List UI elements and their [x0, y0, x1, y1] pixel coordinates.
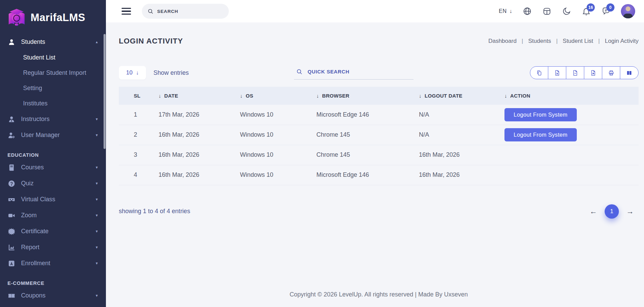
cell-logout-date: N/A	[404, 105, 490, 125]
page-content: LOGIN ACTIVITY Dashboard | Students | St…	[106, 22, 644, 307]
sidebar-item-zoom[interactable]: Zoom ▼	[0, 207, 106, 223]
sidebar-item-label: Virtual Class	[21, 196, 55, 203]
sidebar-item-label: User Manager	[21, 132, 60, 139]
cell-os: Windows 10	[225, 105, 302, 125]
export-csv-button[interactable]	[566, 67, 584, 79]
show-entries-label: Show entries	[153, 69, 189, 76]
topbar-search[interactable]	[142, 4, 229, 19]
column-header-browser[interactable]: ↓BROWSER	[302, 87, 404, 105]
sidebar-item-report[interactable]: Report ▼	[0, 239, 106, 255]
table-row: 1 17th Mar, 2026 Windows 10 Microsoft Ed…	[119, 105, 639, 125]
sidebar-item-coupons[interactable]: Coupons ▼	[0, 288, 106, 304]
language-selector[interactable]: EN ↓	[499, 8, 512, 14]
sort-icon: ↓	[240, 93, 243, 99]
breadcrumb-students[interactable]: Students	[528, 38, 551, 45]
chevron-down-icon: ▼	[95, 229, 98, 233]
globe-icon[interactable]	[522, 6, 532, 16]
column-header-logout-date[interactable]: ↓LOGOUT DATE	[404, 87, 490, 105]
column-header-date[interactable]: ↓DATE	[144, 87, 225, 105]
sidebar-item-students[interactable]: Students ▲	[0, 34, 106, 50]
cell-logout-date: 16th Mar, 2026	[404, 165, 490, 185]
sidebar-subitem-regular-student-import[interactable]: Regular Student Import	[0, 65, 106, 81]
sidebar-item-label: Report	[21, 244, 39, 251]
cell-sl: 1	[119, 105, 144, 125]
file-pdf-icon	[590, 70, 596, 76]
layout-widget-icon[interactable]	[542, 6, 552, 16]
cell-date: 17th Mar, 2026	[144, 105, 225, 125]
chevron-down-icon: ▼	[95, 294, 98, 297]
table-row: 2 16th Mar, 2026 Windows 10 Chrome 145 N…	[119, 125, 639, 145]
export-pdf-button[interactable]	[584, 67, 602, 79]
search-input[interactable]	[157, 9, 215, 14]
breadcrumb-dashboard[interactable]: Dashboard	[488, 38, 516, 45]
cell-date: 16th Mar, 2026	[144, 125, 225, 145]
page-size-select[interactable]: 10 ↓	[119, 66, 146, 80]
quick-search-input[interactable]	[308, 69, 411, 74]
quick-search[interactable]	[294, 66, 413, 80]
chart-area-icon	[7, 243, 16, 252]
sidebar-item-certificate[interactable]: Certificate ▼	[0, 223, 106, 239]
entries-summary: showing 1 to 4 of 4 entries	[119, 208, 190, 215]
cell-os: Windows 10	[225, 125, 302, 145]
chevron-up-icon: ▲	[95, 40, 98, 44]
sidebar-item-label: Certificate	[21, 228, 49, 235]
cell-sl: 3	[119, 145, 144, 165]
notification-count-badge: 16	[587, 3, 595, 12]
cell-date: 16th Mar, 2026	[144, 145, 225, 165]
logout-from-system-button[interactable]: Logout From System	[504, 128, 577, 141]
search-icon	[296, 68, 303, 75]
export-excel-button[interactable]	[548, 67, 566, 79]
cell-action-empty	[490, 145, 639, 165]
chevron-down-icon: ↓	[136, 70, 139, 76]
main-area: EN ↓ 16 0	[106, 0, 644, 307]
app-root: MarifaLMS Students ▲ Student List Regula…	[0, 0, 644, 307]
brand-logo[interactable]: MarifaLMS	[0, 0, 106, 34]
sidebar-item-courses[interactable]: Courses ▼	[0, 159, 106, 175]
export-copy-button[interactable]	[530, 67, 548, 79]
chevron-down-icon: ▼	[95, 214, 98, 217]
chevron-down-icon: ▼	[95, 198, 98, 201]
messages-chat-icon[interactable]: 0	[601, 6, 611, 16]
sidebar-subitem-setting[interactable]: Setting	[0, 81, 106, 96]
user-gear-icon	[7, 131, 16, 139]
cell-logout-date: N/A	[404, 125, 490, 145]
chevron-down-icon: ▼	[95, 117, 98, 121]
letter-a-box-icon	[7, 259, 16, 268]
sidebar-subitem-institutes[interactable]: Institutes	[0, 96, 106, 111]
columns-icon	[626, 70, 632, 76]
sidebar-item-label: Quiz	[21, 180, 34, 187]
message-count-badge: 0	[606, 3, 614, 12]
cell-browser: Microsoft Edge 146	[302, 165, 404, 185]
footer-copyright: Copyright © 2026 LevelUp. All rights res…	[119, 286, 639, 307]
topbar: EN ↓ 16 0	[106, 0, 644, 22]
notifications-bell-icon[interactable]: 16	[582, 6, 591, 16]
export-button-group	[530, 66, 639, 79]
user-avatar[interactable]	[621, 4, 635, 18]
sidebar-item-enrollment[interactable]: Enrollment ▼	[0, 255, 106, 271]
dark-mode-moon-icon[interactable]	[562, 6, 571, 16]
topbar-actions: EN ↓ 16 0	[499, 4, 635, 18]
logout-from-system-button[interactable]: Logout From System	[504, 108, 577, 121]
export-columns-button[interactable]	[620, 67, 638, 79]
file-lines-icon	[572, 70, 578, 76]
page-title: LOGIN ACTIVITY	[119, 37, 183, 46]
breadcrumb-student-list[interactable]: Student List	[563, 38, 593, 45]
column-header-os[interactable]: ↓OS	[225, 87, 302, 105]
sidebar-menu: Students ▲ Student List Regular Student …	[0, 34, 106, 304]
column-header-action[interactable]: ↓ACTION	[490, 87, 639, 105]
sidebar-item-label: Coupons	[21, 292, 45, 299]
search-icon	[147, 8, 154, 15]
sidebar-scrollbar[interactable]	[104, 34, 106, 149]
sidebar-item-instructors[interactable]: Instructors ▼	[0, 111, 106, 127]
sidebar-item-user-manager[interactable]: User Manager ▼	[0, 127, 106, 143]
next-page-arrow-icon[interactable]: →	[626, 208, 634, 215]
sidebar-item-quiz[interactable]: Quiz ▼	[0, 175, 106, 191]
sidebar-item-virtual-class[interactable]: Virtual Class ▼	[0, 191, 106, 207]
page-number-button[interactable]: 1	[605, 204, 619, 219]
coupon-icon	[7, 292, 16, 300]
export-print-button[interactable]	[602, 67, 620, 79]
sidebar-subitem-student-list[interactable]: Student List	[0, 50, 106, 65]
breadcrumb-login-activity[interactable]: Login Activity	[605, 38, 639, 45]
hamburger-menu-icon[interactable]	[122, 8, 131, 15]
previous-page-arrow-icon[interactable]: ←	[590, 208, 597, 215]
